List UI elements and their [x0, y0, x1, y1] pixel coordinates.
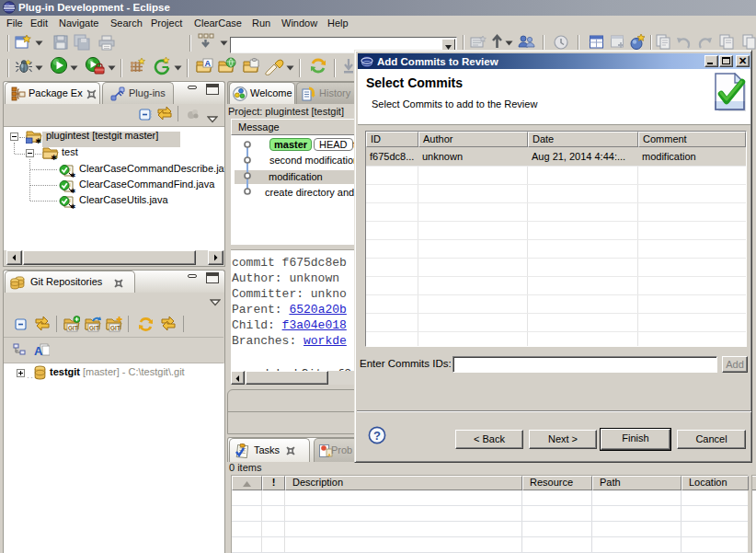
svg-text:A: A: [34, 344, 43, 358]
svg-text:GIT: GIT: [89, 325, 99, 331]
svg-text:A: A: [205, 59, 212, 68]
svg-text:GIT: GIT: [110, 325, 120, 331]
svg-text:∗: ∗: [35, 136, 42, 144]
svg-text:?: ?: [373, 429, 381, 443]
svg-text:∗: ∗: [51, 153, 58, 160]
svg-text:GIT: GIT: [68, 325, 78, 331]
